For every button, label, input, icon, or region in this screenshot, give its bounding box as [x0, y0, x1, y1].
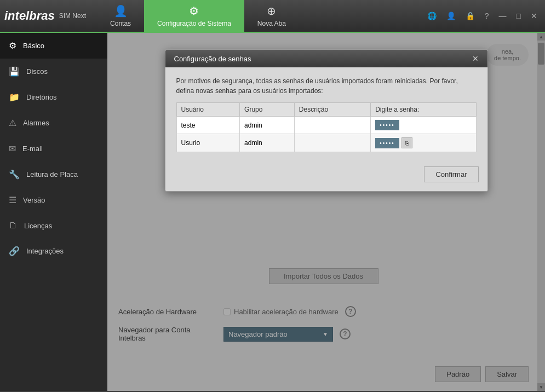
- password-field-2[interactable]: •••••: [375, 138, 399, 148]
- cell-group-2: admin: [240, 134, 295, 152]
- logo-text: intelbras: [4, 9, 55, 23]
- cell-password-2: ••••• ⎘: [371, 134, 476, 152]
- help-icon[interactable]: ?: [481, 10, 492, 21]
- col-password: Digite a senha:: [371, 103, 476, 117]
- password-dots-2: •••••: [380, 140, 395, 146]
- sidebar-item-basico[interactable]: ⚙ Básico: [0, 33, 107, 59]
- tab-contas-label: Contas: [110, 20, 131, 27]
- maximize-button[interactable]: □: [513, 10, 524, 21]
- modal-overlay: Configuração de senhas ✕ Por motivos de …: [107, 33, 545, 391]
- modal-footer: Confirmar: [165, 161, 487, 191]
- lock-icon[interactable]: 🔒: [462, 10, 478, 21]
- leitura-icon: 🔧: [9, 169, 20, 180]
- basico-icon: ⚙: [9, 41, 16, 51]
- sidebar-item-licencas[interactable]: 🗋 Licenças: [0, 213, 107, 238]
- col-desc: Descrição: [294, 103, 370, 117]
- tab-config[interactable]: ⚙ Configuração de Sistema: [144, 0, 244, 32]
- versao-icon: ☰: [9, 195, 16, 205]
- modal-description: Por motivos de segurança, todas as senha…: [176, 76, 477, 96]
- nav-tabs: 👤 Contas ⚙ Configuração de Sistema ⊕ Nov…: [97, 0, 299, 32]
- password-dots-1: •••••: [380, 122, 395, 128]
- nova-icon: ⊕: [267, 4, 276, 18]
- copy-button[interactable]: ⎘: [401, 137, 412, 148]
- table-row: Usurio admin ••••• ⎘: [176, 134, 476, 152]
- sim-next-label: SIM Next: [59, 12, 86, 20]
- config-icon: ⚙: [189, 4, 199, 18]
- user-icon[interactable]: 👤: [443, 10, 459, 21]
- content-area: nea, de tempo. Importar Todos os Dados A…: [107, 33, 545, 391]
- col-user: Usuário: [176, 103, 240, 117]
- modal-body: Por motivos de segurança, todas as senha…: [165, 67, 487, 161]
- sidebar-item-versao[interactable]: ☰ Versão: [0, 187, 107, 213]
- cell-desc-2: [294, 134, 370, 152]
- integracoes-icon: 🔗: [9, 246, 20, 256]
- sidebar-item-diretorios[interactable]: 📁 Diretórios: [0, 84, 107, 110]
- sidebar-item-discos[interactable]: 💾 Discos: [0, 59, 107, 84]
- cell-desc-1: [294, 117, 370, 134]
- main-layout: ⚙ Básico 💾 Discos 📁 Diretórios ⚠ Alarmes…: [0, 33, 545, 391]
- tab-nova-label: Nova Aba: [257, 20, 286, 27]
- logo-area: intelbras SIM Next: [4, 9, 97, 23]
- password-field-1[interactable]: •••••: [375, 120, 399, 130]
- sidebar-basico-label: Básico: [23, 42, 44, 50]
- discos-icon: 💾: [9, 66, 20, 77]
- sidebar-item-leitura[interactable]: 🔧 Leitura de Placa: [0, 162, 107, 187]
- sidebar: ⚙ Básico 💾 Discos 📁 Diretórios ⚠ Alarmes…: [0, 33, 107, 391]
- tab-contas[interactable]: 👤 Contas: [97, 0, 144, 32]
- sidebar-leitura-label: Leitura de Placa: [26, 170, 78, 178]
- sidebar-alarmes-label: Alarmes: [23, 119, 49, 127]
- confirm-button[interactable]: Confirmar: [424, 166, 478, 182]
- modal-close-button[interactable]: ✕: [472, 54, 479, 63]
- modal-title: Configuração de senhas: [174, 55, 251, 63]
- sidebar-email-label: E-mail: [22, 145, 43, 153]
- col-group: Grupo: [240, 103, 295, 117]
- alarmes-icon: ⚠: [9, 118, 16, 128]
- licencas-icon: 🗋: [9, 221, 18, 230]
- cell-user-2: Usurio: [176, 134, 240, 152]
- modal-header: Configuração de senhas ✕: [165, 50, 487, 67]
- globe-icon[interactable]: 🌐: [424, 10, 440, 21]
- password-modal: Configuração de senhas ✕ Por motivos de …: [165, 49, 488, 192]
- cell-user-1: teste: [176, 117, 240, 134]
- cell-group-1: admin: [240, 117, 295, 134]
- email-icon: ✉: [9, 143, 16, 154]
- sidebar-item-email[interactable]: ✉ E-mail: [0, 136, 107, 162]
- diretorios-icon: 📁: [9, 92, 20, 102]
- close-button[interactable]: ✕: [527, 10, 541, 21]
- sidebar-item-alarmes[interactable]: ⚠ Alarmes: [0, 110, 107, 136]
- sidebar-discos-label: Discos: [26, 67, 48, 76]
- sidebar-item-integracoes[interactable]: 🔗 Integrações: [0, 238, 107, 264]
- tab-config-label: Configuração de Sistema: [157, 20, 231, 27]
- sidebar-licencas-label: Licenças: [24, 222, 52, 230]
- cell-password-1: •••••: [371, 117, 476, 134]
- contas-icon: 👤: [114, 4, 128, 18]
- sidebar-versao-label: Versão: [23, 196, 45, 204]
- titlebar-controls: 🌐 👤 🔒 ? — □ ✕: [424, 10, 541, 21]
- users-table: Usuário Grupo Descrição Digite a senha: …: [176, 102, 477, 152]
- titlebar: intelbras SIM Next 👤 Contas ⚙ Configuraç…: [0, 0, 545, 33]
- minimize-button[interactable]: —: [496, 10, 510, 21]
- sidebar-diretorios-label: Diretórios: [26, 93, 57, 101]
- tab-nova[interactable]: ⊕ Nova Aba: [244, 0, 299, 32]
- table-row: teste admin •••••: [176, 117, 476, 134]
- sidebar-integracoes-label: Integrações: [26, 247, 64, 255]
